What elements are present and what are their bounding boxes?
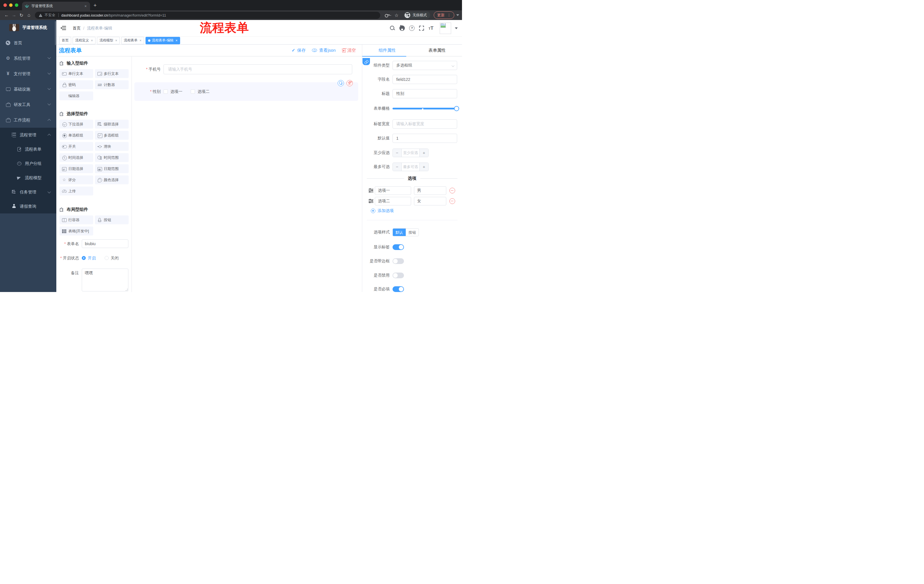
option1-value-input[interactable]: 男 xyxy=(414,186,446,195)
remove-option-icon[interactable] xyxy=(449,198,455,204)
minimize-window-button[interactable] xyxy=(9,3,13,7)
minus-button[interactable]: − xyxy=(393,149,401,157)
palette-item-time-range[interactable]: 时间范围 xyxy=(95,153,129,162)
sidebar-item-process-model[interactable]: 流程模型 xyxy=(0,171,56,185)
palette-item-row-container[interactable]: 行容器 xyxy=(59,216,93,224)
sidebar-item-devtools[interactable]: 研发工具 xyxy=(0,97,56,112)
font-size-icon[interactable]: TT xyxy=(429,25,436,31)
min-select-input[interactable]: 至少应选 xyxy=(401,149,420,157)
option2-label-input[interactable]: 选项二 xyxy=(375,197,411,206)
palette-item-cascader[interactable]: 级联选择 xyxy=(95,120,129,128)
breadcrumb-home[interactable]: 首页 xyxy=(73,26,81,31)
max-select-input[interactable]: 最多可选 xyxy=(401,163,420,171)
palette-item-radio-group[interactable]: 单选框组 xyxy=(59,131,93,140)
palette-item-table[interactable]: 表格[开发中] xyxy=(59,227,93,235)
palette-item-upload[interactable]: 上传 xyxy=(59,187,93,196)
disabled-toggle[interactable] xyxy=(393,273,404,278)
palette-item-rate[interactable]: ☆评分 xyxy=(59,175,93,184)
checkbox-icon[interactable] xyxy=(163,89,168,94)
sidebar-item-process-form[interactable]: 流程表单 xyxy=(0,142,56,156)
sidebar-item-system[interactable]: ⚙ 系统管理 xyxy=(0,51,56,66)
palette-item-color[interactable]: 颜色选择 xyxy=(95,175,129,184)
palette-item-slider[interactable]: 滑块 xyxy=(95,142,129,151)
sidebar-item-task-mgmt[interactable]: 任务管理 xyxy=(0,185,56,199)
style-button-button[interactable]: 按钮 xyxy=(406,229,419,236)
home-icon[interactable]: ⌂ xyxy=(25,13,33,18)
palette-item-time[interactable]: 时间选择 xyxy=(59,153,93,162)
phone-input[interactable]: 请输入手机号 xyxy=(163,64,352,74)
tag-home[interactable]: 首页 xyxy=(59,37,71,44)
palette-item-select[interactable]: 下拉选择 xyxy=(59,120,93,128)
close-icon[interactable]: × xyxy=(115,39,117,43)
palette-item-switch[interactable]: 开关 xyxy=(59,142,93,151)
tag-process-definition[interactable]: 流程定义× xyxy=(73,37,96,44)
form-canvas[interactable]: 手机号 请输入手机号 性别 选项一 选项二 xyxy=(132,57,362,292)
palette-item-multi-text[interactable]: 多行文本 xyxy=(95,69,129,78)
label-width-input[interactable]: 请输入标签宽度 xyxy=(393,119,457,128)
sidebar-item-workflow[interactable]: 工作流程 xyxy=(0,112,56,128)
sidebar-item-user-group[interactable]: 用户分组 xyxy=(0,156,56,171)
maximize-window-button[interactable] xyxy=(15,3,18,7)
with-border-toggle[interactable] xyxy=(393,258,404,264)
view-json-button[interactable]: 查看json xyxy=(312,48,336,53)
collapse-sidebar-icon[interactable] xyxy=(61,26,66,30)
search-icon[interactable] xyxy=(390,25,395,31)
palette-item-editor[interactable]: 编辑器 xyxy=(59,91,93,100)
back-icon[interactable]: ← xyxy=(3,13,10,18)
palette-item-counter[interactable]: 123计数器 xyxy=(95,80,129,89)
sidebar-item-process-mgmt[interactable]: 流程管理 xyxy=(0,128,56,142)
toolbar-caret-icon[interactable] xyxy=(456,14,459,16)
tag-process-form[interactable]: 流程表单× xyxy=(121,37,144,44)
style-default-button[interactable]: 默认 xyxy=(393,229,406,236)
sidebar-item-home[interactable]: 首页 xyxy=(0,35,56,51)
close-icon[interactable]: × xyxy=(91,39,93,43)
canvas-field-phone[interactable]: 手机号 请输入手机号 xyxy=(135,64,362,74)
gender-option2-label[interactable]: 选项二 xyxy=(198,89,210,94)
palette-item-date-range[interactable]: 日期范围 xyxy=(95,164,129,173)
remove-option-icon[interactable] xyxy=(449,188,455,193)
palette-item-button[interactable]: 按钮 xyxy=(95,216,129,224)
drag-handle-icon[interactable] xyxy=(368,189,373,192)
reload-icon[interactable]: ↻ xyxy=(18,13,25,18)
option1-label-input[interactable]: 选项一 xyxy=(375,186,411,195)
sidebar-scrollbar[interactable] xyxy=(55,21,56,45)
window-controls[interactable] xyxy=(3,3,18,7)
palette-item-date[interactable]: 日期选择 xyxy=(59,164,93,173)
tab-close-icon[interactable]: × xyxy=(84,4,87,8)
delete-field-button[interactable] xyxy=(346,80,353,86)
duplicate-field-button[interactable] xyxy=(338,80,344,86)
bookmark-star-icon[interactable]: ☆ xyxy=(394,13,399,18)
palette-item-password[interactable]: 密码 xyxy=(59,80,93,89)
minus-button[interactable]: − xyxy=(393,163,401,171)
avatar[interactable] xyxy=(440,23,451,34)
default-value-input[interactable]: 1 xyxy=(393,134,457,143)
sidebar-item-payment[interactable]: ¥ 支付管理 xyxy=(0,66,56,81)
add-option-button[interactable]: 添加选项 xyxy=(371,208,394,214)
new-tab-button[interactable]: + xyxy=(94,2,97,8)
close-icon[interactable]: × xyxy=(175,39,178,43)
palette-item-checkbox-group[interactable]: 多选框组 xyxy=(95,131,129,140)
show-label-toggle[interactable] xyxy=(393,244,404,250)
help-icon[interactable] xyxy=(409,25,414,31)
tab-form-props[interactable]: 表单属性 xyxy=(412,44,462,56)
close-window-button[interactable] xyxy=(3,3,7,7)
gender-option1-label[interactable]: 选项一 xyxy=(170,89,182,94)
github-icon[interactable] xyxy=(399,25,405,31)
close-icon[interactable]: × xyxy=(140,39,142,43)
option2-value-input[interactable]: 女 xyxy=(414,197,446,206)
save-button[interactable]: ✓保存 xyxy=(292,48,306,53)
radio-on-icon[interactable] xyxy=(82,256,86,260)
component-type-select[interactable]: 多选框组 xyxy=(393,61,457,70)
grid-slider[interactable] xyxy=(393,106,457,112)
sidebar-item-infra[interactable]: 基础设施 xyxy=(0,81,56,97)
form-remark-textarea[interactable]: 嘿嘿 xyxy=(82,268,129,291)
tag-process-form-edit[interactable]: 流程表单-编辑× xyxy=(145,37,180,44)
field-name-input[interactable]: field122 xyxy=(393,75,457,84)
browser-tab[interactable]: 芋道管理系统 × xyxy=(22,2,90,10)
address-bar[interactable]: ! 不安全 dashboard.yudao.iocoder.cn /bpm/ma… xyxy=(35,12,380,19)
browser-menu-dots-icon[interactable]: ⋮ xyxy=(447,13,451,17)
fullscreen-icon[interactable] xyxy=(419,25,424,31)
status-on-label[interactable]: 开启 xyxy=(88,255,96,261)
sidebar-item-leave-query[interactable]: 请假查询 xyxy=(0,199,56,214)
canvas-field-gender-selected[interactable]: 性别 选项一 选项二 xyxy=(134,82,358,101)
